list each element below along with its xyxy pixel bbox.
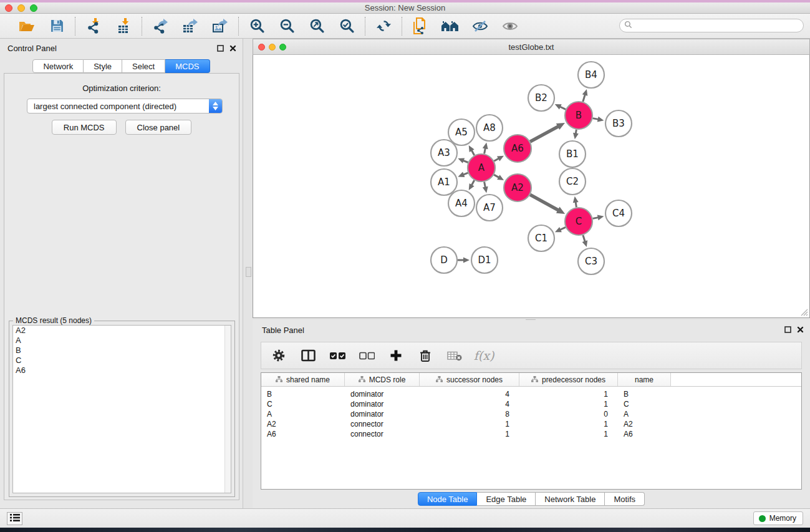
column-header-name[interactable]: name — [618, 373, 671, 386]
run-mcds-button[interactable]: Run MCDS — [52, 120, 117, 135]
import-table-icon[interactable] — [114, 17, 133, 36]
mcds-result-item[interactable]: C — [13, 355, 231, 365]
graph-node-B2[interactable]: B2 — [528, 85, 554, 111]
result-scrollbar[interactable] — [224, 326, 231, 493]
mcds-result-item[interactable]: A6 — [13, 365, 231, 375]
tab-network[interactable]: Network — [32, 59, 84, 73]
graph-node-A7[interactable]: A7 — [476, 195, 503, 221]
svg-text:D1: D1 — [478, 254, 491, 266]
graph-node-A5[interactable]: A5 — [448, 119, 475, 145]
network-canvas[interactable]: B4B2BB3B1A5A8A6A3AA1A2C2A4A7C4CC1C3DD1 — [253, 55, 810, 318]
svg-text:A1: A1 — [438, 177, 450, 188]
export-image-icon[interactable] — [211, 17, 229, 36]
graph-node-D[interactable]: D — [431, 247, 457, 273]
table-cell: 1 — [519, 420, 618, 428]
tab-mcds[interactable]: MCDS — [165, 59, 210, 73]
graph-node-B4[interactable]: B4 — [578, 62, 604, 88]
table-row[interactable]: A2connector11A2 — [261, 419, 801, 429]
zoom-selected-icon[interactable] — [337, 17, 356, 36]
graph-node-C[interactable]: C — [565, 208, 592, 235]
svg-text:A3: A3 — [438, 147, 450, 158]
table-cell: 1 — [420, 430, 519, 438]
graph-node-A8[interactable]: A8 — [476, 115, 503, 141]
graph-node-A4[interactable]: A4 — [448, 190, 475, 216]
search-field[interactable] — [619, 19, 804, 32]
close-panel-button[interactable]: Close panel — [125, 120, 192, 135]
float-panel-icon[interactable] — [217, 44, 224, 54]
graph-node-C2[interactable]: C2 — [559, 168, 586, 195]
table-row[interactable]: Adominator80A — [261, 409, 801, 419]
resize-grip-icon[interactable] — [800, 308, 808, 316]
zoom-out-icon[interactable] — [277, 17, 296, 36]
graph-node-C1[interactable]: C1 — [528, 225, 554, 251]
graph-node-A2[interactable]: A2 — [504, 174, 531, 201]
tab-style[interactable]: Style — [84, 59, 122, 73]
import-network-icon[interactable] — [84, 17, 103, 36]
float-table-panel-icon[interactable] — [784, 326, 791, 335]
graph-node-C3[interactable]: C3 — [578, 248, 604, 274]
refresh-network-icon[interactable] — [374, 17, 393, 36]
mcds-result-list[interactable]: A2ABCA6 — [12, 325, 231, 493]
tab-edge-table[interactable]: Edge Table — [477, 492, 536, 506]
svg-text:A: A — [478, 162, 485, 173]
split-panel-icon[interactable] — [300, 347, 316, 364]
home-icon[interactable] — [441, 17, 460, 36]
open-file-icon[interactable] — [17, 17, 36, 36]
unselect-all-columns-icon[interactable] — [359, 347, 375, 364]
export-table-icon[interactable] — [181, 17, 200, 36]
search-input[interactable] — [632, 21, 803, 30]
zoom-in-icon[interactable] — [248, 17, 266, 36]
list-icon — [10, 513, 20, 524]
hide-graphics-details-icon[interactable] — [471, 17, 489, 36]
table-options-gear-icon[interactable] — [271, 347, 287, 364]
network-window-titlebar[interactable]: testGlobe.txt — [253, 39, 810, 55]
table-row[interactable]: Cdominator41C — [261, 399, 801, 409]
select-all-columns-icon[interactable] — [329, 347, 345, 364]
birdseye-view-icon[interactable] — [501, 17, 519, 36]
status-bar: Memory — [0, 508, 810, 528]
mcds-result-item[interactable]: B — [13, 346, 231, 355]
show-panel-list-button[interactable] — [7, 512, 22, 525]
node-table[interactable]: shared nameMCDS rolesuccessor nodesprede… — [261, 372, 802, 490]
graph-node-B[interactable]: B — [565, 102, 592, 129]
create-column-icon[interactable] — [388, 347, 404, 364]
delete-columns-icon[interactable] — [417, 347, 433, 364]
table-cell: 8 — [420, 410, 519, 418]
mcds-result-item[interactable]: A2 — [13, 326, 231, 336]
save-session-icon[interactable] — [47, 17, 66, 36]
close-panel-icon[interactable] — [229, 44, 236, 54]
column-header-successor-nodes[interactable]: successor nodes — [420, 373, 519, 386]
network-view-window: testGlobe.txt B4B2BB3B1A5A8A6A3AA1A2C2A4… — [253, 39, 810, 318]
tab-motifs[interactable]: Motifs — [605, 492, 645, 506]
column-header-predecessor-nodes[interactable]: predecessor nodes — [519, 373, 618, 386]
table-row[interactable]: Bdominator41B — [261, 389, 801, 399]
export-network-icon[interactable] — [151, 17, 170, 36]
graph-node-A6[interactable]: A6 — [504, 135, 531, 162]
column-header-shared-name[interactable]: shared name — [261, 373, 345, 386]
graph-node-B1[interactable]: B1 — [559, 141, 586, 167]
tab-select[interactable]: Select — [122, 59, 165, 73]
memory-button[interactable]: Memory — [753, 511, 803, 525]
svg-text:B2: B2 — [535, 92, 547, 104]
table-cell: C — [618, 400, 671, 409]
tab-network-table[interactable]: Network Table — [536, 492, 605, 506]
column-header-MCDS-role[interactable]: MCDS role — [345, 373, 420, 386]
graph-node-A3[interactable]: A3 — [431, 140, 457, 166]
graph-node-D1[interactable]: D1 — [471, 247, 498, 273]
optimization-criterion-select[interactable]: largest connected component (directed) — [27, 99, 223, 114]
graph-node-C4[interactable]: C4 — [605, 200, 632, 226]
svg-text:B4: B4 — [585, 69, 597, 80]
close-table-panel-icon[interactable] — [797, 326, 804, 335]
table-cell: 0 — [519, 410, 618, 418]
graph-node-B3[interactable]: B3 — [605, 110, 632, 137]
graph-node-A[interactable]: A — [468, 154, 495, 181]
search-icon — [624, 21, 632, 31]
tab-node-table[interactable]: Node Table — [418, 492, 478, 506]
table-row[interactable]: A6connector11A6 — [261, 429, 801, 439]
vertical-splitter-handle[interactable] — [246, 267, 251, 277]
zoom-fit-icon[interactable] — [307, 17, 326, 36]
hierarchy-icon — [436, 375, 443, 384]
mcds-result-item[interactable]: A — [13, 336, 231, 346]
graph-node-A1[interactable]: A1 — [431, 169, 457, 195]
duplicate-network-icon[interactable] — [411, 17, 430, 36]
